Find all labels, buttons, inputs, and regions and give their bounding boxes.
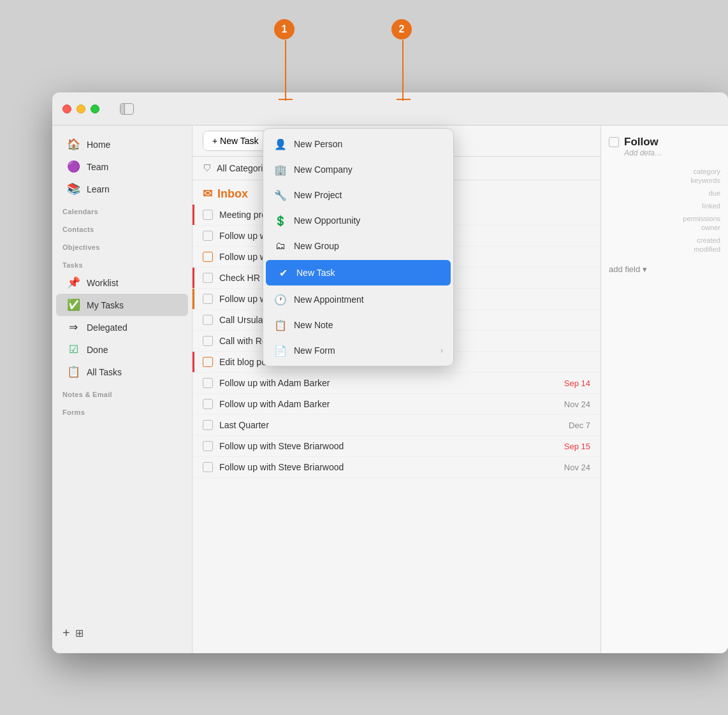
group-icon xyxy=(273,239,288,253)
maximize-button[interactable] xyxy=(91,105,99,113)
detail-panel: Follow Add deta… category keywords due l… xyxy=(601,126,728,653)
home-icon: 🏠 xyxy=(66,138,80,151)
menu-item-new-group[interactable]: New Group xyxy=(263,233,453,259)
add-field-label: add field ▾ xyxy=(609,264,647,274)
sidebar-item-learn[interactable]: 📚 Learn xyxy=(56,178,188,200)
field-linked: linked xyxy=(609,202,720,210)
submenu-arrow-icon: › xyxy=(440,346,443,355)
field-owner: owner xyxy=(609,224,720,231)
section-calendars: Calendars xyxy=(52,200,192,218)
traffic-lights xyxy=(62,105,99,113)
section-tasks: Tasks xyxy=(52,254,192,271)
task-row[interactable]: Last Quarter Dec 7 xyxy=(193,415,601,436)
menu-label-new-task: New Task xyxy=(296,268,440,278)
menu-item-new-note[interactable]: New Note xyxy=(263,312,453,338)
menu-item-new-person[interactable]: New Person xyxy=(263,131,453,157)
add-button[interactable]: + xyxy=(62,626,70,640)
sidebar-item-my-tasks[interactable]: ✅ My Tasks xyxy=(56,294,188,316)
detail-title-row: Follow Add deta… xyxy=(609,136,720,157)
app-window: 🏠 Home 🟣 Team 📚 Learn Calendars Contacts… xyxy=(52,92,728,653)
menu-label-new-group: New Group xyxy=(294,241,443,251)
task-date: Sep 15 xyxy=(564,442,590,451)
task-name: Follow up with Steve Briarwood xyxy=(219,462,558,472)
menu-label-new-note: New Note xyxy=(294,320,443,330)
menu-label-new-project: New Project xyxy=(294,190,443,200)
sidebar-item-delegated-label: Delegated xyxy=(87,322,127,333)
task-row[interactable]: Follow up with Steve Briarwood Sep 15 xyxy=(193,436,601,457)
learn-icon: 📚 xyxy=(66,182,80,196)
task-check-icon: ✔ xyxy=(276,266,290,280)
field-created: created xyxy=(609,236,720,244)
task-name: Follow up with Steve Briarwood xyxy=(219,441,558,451)
close-button[interactable] xyxy=(62,105,71,113)
task-date: Nov 24 xyxy=(564,400,590,409)
menu-item-new-form[interactable]: New Form › xyxy=(263,338,453,363)
task-checkbox[interactable] xyxy=(203,252,213,262)
sidebar-item-delegated[interactable]: ⇒ Delegated xyxy=(56,316,188,338)
done-icon: ☑ xyxy=(66,343,80,356)
menu-item-new-company[interactable]: New Company xyxy=(263,157,453,182)
pin-icon: 📌 xyxy=(66,276,80,289)
minimize-button[interactable] xyxy=(76,105,85,113)
new-task-main-button[interactable]: + New Task xyxy=(203,131,268,150)
arrow-right-icon: ⇒ xyxy=(66,321,80,334)
all-tasks-icon: 📋 xyxy=(66,365,80,379)
add-field-row[interactable]: add field ▾ xyxy=(609,264,720,274)
task-checkbox[interactable] xyxy=(203,462,213,472)
note-icon xyxy=(273,318,288,332)
sidebar-item-worklist[interactable]: 📌 Worklist xyxy=(56,271,188,294)
company-icon xyxy=(273,162,288,177)
sidebar-item-home[interactable]: 🏠 Home xyxy=(56,133,188,155)
dropdown-menu: New Person New Company New Project New O… xyxy=(263,128,454,366)
opportunity-icon xyxy=(273,213,288,227)
menu-label-new-person: New Person xyxy=(294,139,443,149)
field-modified: modified xyxy=(609,245,720,253)
task-row[interactable]: Follow up with Steve Briarwood Nov 24 xyxy=(193,457,601,478)
annotation-bubble-2: 2 xyxy=(391,19,412,40)
task-checkbox[interactable] xyxy=(203,336,213,346)
sidebar-toggle[interactable] xyxy=(120,103,134,115)
section-objectives: Objectives xyxy=(52,236,192,254)
priority-bar xyxy=(193,205,194,225)
sidebar-item-all-tasks-label: All Tasks xyxy=(87,367,122,377)
task-row[interactable]: Follow up with Adam Barker Nov 24 xyxy=(193,394,601,415)
detail-checkbox[interactable] xyxy=(609,137,619,147)
task-checkbox[interactable] xyxy=(203,420,213,430)
menu-item-new-opportunity[interactable]: New Opportunity xyxy=(263,208,453,233)
sidebar-item-done[interactable]: ☑ Done xyxy=(56,338,188,361)
team-icon: 🟣 xyxy=(66,160,80,173)
sidebar-item-all-tasks[interactable]: 📋 All Tasks xyxy=(56,361,188,383)
task-checkbox[interactable] xyxy=(203,357,213,367)
menu-label-new-company: New Company xyxy=(294,164,443,175)
task-checkbox[interactable] xyxy=(203,294,213,304)
task-checkbox[interactable] xyxy=(203,210,213,220)
menu-label-new-opportunity: New Opportunity xyxy=(294,215,443,226)
sidebar-item-done-label: Done xyxy=(87,345,108,355)
filter-icon: ⛉ xyxy=(203,163,212,173)
project-icon xyxy=(273,188,288,202)
sidebar-item-team[interactable]: 🟣 Team xyxy=(56,155,188,178)
sidebar-item-worklist-label: Worklist xyxy=(87,278,119,288)
task-name: Last Quarter xyxy=(219,420,562,430)
task-checkbox[interactable] xyxy=(203,378,213,388)
task-date: Dec 7 xyxy=(569,421,590,430)
task-checkbox[interactable] xyxy=(203,231,213,241)
sidebar-item-home-label: Home xyxy=(87,140,110,150)
task-checkbox[interactable] xyxy=(203,273,213,283)
sidebar-item-learn-label: Learn xyxy=(87,184,110,194)
menu-item-new-appointment[interactable]: New Appointment xyxy=(263,287,453,312)
task-date: Nov 24 xyxy=(564,463,590,472)
task-row[interactable]: Follow up with Adam Barker Sep 14 xyxy=(193,373,601,394)
grid-icon[interactable]: ⊞ xyxy=(75,627,84,639)
task-checkbox[interactable] xyxy=(203,399,213,409)
section-notes: Notes & Email xyxy=(52,383,192,401)
task-date: Sep 14 xyxy=(564,379,590,388)
task-checkbox[interactable] xyxy=(203,315,213,325)
task-checkbox[interactable] xyxy=(203,441,213,451)
detail-add-detail[interactable]: Add deta… xyxy=(624,148,662,157)
menu-item-new-task[interactable]: ✔ New Task xyxy=(266,260,451,285)
title-bar xyxy=(52,92,728,126)
menu-item-new-project[interactable]: New Project xyxy=(263,182,453,208)
priority-bar xyxy=(193,352,194,372)
priority-bar xyxy=(193,289,194,309)
